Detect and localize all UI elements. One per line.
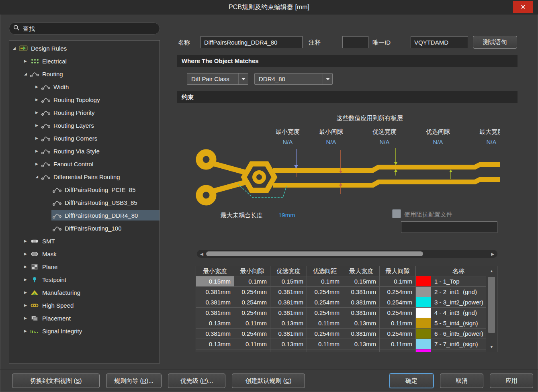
expand-arrow-icon[interactable]: ▶ bbox=[33, 110, 40, 114]
tree-item-diffpairsrouting-100[interactable]: DiffPairsRouting_100 bbox=[9, 222, 160, 235]
rule-name-input[interactable] bbox=[200, 36, 303, 48]
table-cell[interactable]: 0.13mm bbox=[196, 318, 234, 329]
table-cell[interactable]: 0.381mm bbox=[343, 297, 380, 308]
tree-item-routing-via-style[interactable]: ▶Routing Via Style bbox=[9, 145, 160, 157]
tree-item-electrical[interactable]: ▶Electrical bbox=[9, 55, 160, 67]
table-header-color[interactable]: 最大间隙 bbox=[380, 266, 416, 276]
tree-item-placement[interactable]: ▶Placement bbox=[9, 312, 160, 325]
table-header-color[interactable]: 优选间距 bbox=[307, 266, 343, 276]
tree-item-width[interactable]: ▶Width bbox=[9, 80, 160, 93]
search-input[interactable] bbox=[23, 25, 155, 32]
tree-item-routing-corners[interactable]: ▶Routing Corners bbox=[9, 132, 160, 145]
expand-arrow-icon[interactable]: ▶ bbox=[33, 123, 40, 127]
scope-type-dropdown[interactable]: Diff Pair Class bbox=[187, 73, 248, 85]
layer-color-swatch[interactable] bbox=[416, 297, 431, 308]
footer-button-s[interactable]: 切换到文档视图 (S) bbox=[12, 374, 100, 388]
table-cell[interactable]: 0.381mm bbox=[196, 308, 234, 318]
layer-color-swatch[interactable] bbox=[416, 349, 431, 352]
vertical-scrollbar[interactable]: ▲ ▼ bbox=[486, 266, 497, 352]
layer-color-swatch[interactable] bbox=[416, 276, 431, 287]
constraint-column-value[interactable]: N/A bbox=[313, 139, 349, 145]
layer-name-cell[interactable]: 5 - 5_int4_(sign) bbox=[431, 318, 486, 329]
tree-item-routing-topology[interactable]: ▶Routing Topology bbox=[9, 93, 160, 106]
apply-button[interactable]: 应用 bbox=[490, 374, 533, 388]
tree-item-diffpairsrouting-ddr4-80[interactable]: DiffPairsRouting_DDR4_80 bbox=[9, 209, 160, 222]
expand-arrow-icon[interactable]: ▶ bbox=[22, 59, 29, 63]
table-cell[interactable]: 0.381mm bbox=[343, 329, 380, 339]
table-cell[interactable]: 0.13mm bbox=[343, 339, 380, 349]
layer-name-cell[interactable]: 2 - 2_int1_(gnd) bbox=[431, 287, 486, 297]
table-cell[interactable] bbox=[380, 349, 416, 352]
table-header-color[interactable] bbox=[416, 266, 431, 276]
diff-pair-class-dropdown[interactable]: DDR4_80 bbox=[254, 73, 333, 85]
table-cell[interactable]: 0.1mm bbox=[234, 276, 270, 287]
layer-name-cell[interactable] bbox=[431, 349, 486, 352]
table-cell[interactable]: 0.11mm bbox=[307, 318, 343, 329]
table-cell[interactable] bbox=[196, 349, 234, 352]
table-cell[interactable]: 0.381mm bbox=[270, 329, 307, 339]
constraint-column-value[interactable]: N/A bbox=[270, 139, 306, 145]
tree-item-plane[interactable]: ▶Plane bbox=[9, 260, 160, 273]
comment-input[interactable] bbox=[342, 36, 368, 48]
table-header-color[interactable]: 最大宽度 bbox=[343, 266, 380, 276]
collapse-arrow-icon[interactable]: ◢ bbox=[33, 175, 40, 179]
scroll-up-arrow-icon[interactable]: ▲ bbox=[486, 267, 497, 276]
table-header-color[interactable]: 最小宽度 bbox=[196, 266, 234, 276]
table-cell[interactable]: 0.381mm bbox=[196, 329, 234, 339]
layer-name-cell[interactable]: 1 - 1_Top bbox=[431, 276, 486, 287]
table-cell[interactable]: 0.254mm bbox=[234, 329, 270, 339]
unique-id-input[interactable] bbox=[411, 36, 468, 48]
layer-color-swatch[interactable] bbox=[416, 318, 431, 329]
tree-item-routing-layers[interactable]: ▶Routing Layers bbox=[9, 119, 160, 132]
table-cell[interactable]: 0.254mm bbox=[380, 297, 416, 308]
expand-arrow-icon[interactable]: ▶ bbox=[22, 265, 29, 269]
table-cell[interactable]: 0.381mm bbox=[343, 308, 380, 318]
table-cell[interactable]: 0.254mm bbox=[307, 297, 343, 308]
scroll-left-arrow-icon[interactable]: ◀ bbox=[198, 250, 206, 258]
layer-color-swatch[interactable] bbox=[416, 329, 431, 339]
constraint-column-value[interactable]: N/A bbox=[366, 139, 403, 145]
table-cell[interactable]: 0.381mm bbox=[343, 287, 380, 297]
vertical-scrollbar-thumb[interactable] bbox=[488, 277, 495, 333]
table-cell[interactable]: 0.254mm bbox=[307, 308, 343, 318]
table-cell[interactable]: 0.13mm bbox=[343, 318, 380, 329]
constraint-column-value[interactable]: N/A bbox=[473, 139, 500, 145]
tree-item-mask[interactable]: ▶Mask bbox=[9, 247, 160, 260]
constraint-column-value[interactable]: N/A bbox=[420, 139, 456, 145]
max-uncoupled-length-value[interactable]: 19mm bbox=[278, 212, 295, 218]
footer-button-p[interactable]: 优先级 (P)... bbox=[168, 374, 225, 388]
expand-arrow-icon[interactable]: ▶ bbox=[33, 136, 40, 140]
tree-item-routing-priority[interactable]: ▶Routing Priority bbox=[9, 106, 160, 119]
collapse-arrow-icon[interactable]: ◢ bbox=[11, 46, 18, 50]
expand-arrow-icon[interactable]: ▶ bbox=[22, 278, 29, 282]
table-header-color[interactable]: 最小间隙 bbox=[234, 266, 270, 276]
layer-color-swatch[interactable] bbox=[416, 287, 431, 297]
tree-item-diffpairsrouting-pcie-85[interactable]: DiffPairsRouting_PCIE_85 bbox=[9, 183, 160, 196]
table-cell[interactable]: 0.254mm bbox=[380, 329, 416, 339]
expand-arrow-icon[interactable]: ▶ bbox=[33, 98, 40, 102]
impedance-profile-input[interactable] bbox=[401, 221, 497, 233]
table-cell[interactable]: 0.254mm bbox=[307, 287, 343, 297]
table-cell[interactable]: 0.11mm bbox=[380, 318, 416, 329]
layer-color-swatch[interactable] bbox=[416, 339, 431, 349]
table-cell[interactable]: 0.11mm bbox=[307, 339, 343, 349]
layer-name-cell[interactable]: 3 - 3_int2_(power) bbox=[431, 297, 486, 308]
expand-arrow-icon[interactable]: ▶ bbox=[33, 162, 40, 166]
tree-item-smt[interactable]: ▶SMT bbox=[9, 235, 160, 247]
table-cell[interactable]: 0.13mm bbox=[270, 318, 307, 329]
table-cell[interactable] bbox=[270, 349, 307, 352]
table-cell[interactable]: 0.15mm bbox=[343, 276, 380, 287]
footer-button-r[interactable]: 规则向导 (R)... bbox=[106, 374, 162, 388]
table-cell[interactable]: 0.381mm bbox=[196, 287, 234, 297]
tree-item-testpoint[interactable]: ▶Testpoint bbox=[9, 273, 160, 286]
table-cell[interactable]: 0.381mm bbox=[270, 308, 307, 318]
tree-item-routing[interactable]: ◢Routing bbox=[9, 67, 160, 80]
table-cell[interactable]: 0.254mm bbox=[234, 308, 270, 318]
expand-arrow-icon[interactable]: ▶ bbox=[22, 329, 29, 333]
horizontal-scrollbar-thumb[interactable] bbox=[206, 251, 423, 256]
table-cell[interactable]: 0.11mm bbox=[234, 339, 270, 349]
table-cell[interactable]: 0.13mm bbox=[196, 339, 234, 349]
expand-arrow-icon[interactable]: ▶ bbox=[33, 85, 40, 89]
scroll-right-arrow-icon[interactable]: ▶ bbox=[489, 250, 497, 258]
layer-color-swatch[interactable] bbox=[416, 308, 431, 318]
